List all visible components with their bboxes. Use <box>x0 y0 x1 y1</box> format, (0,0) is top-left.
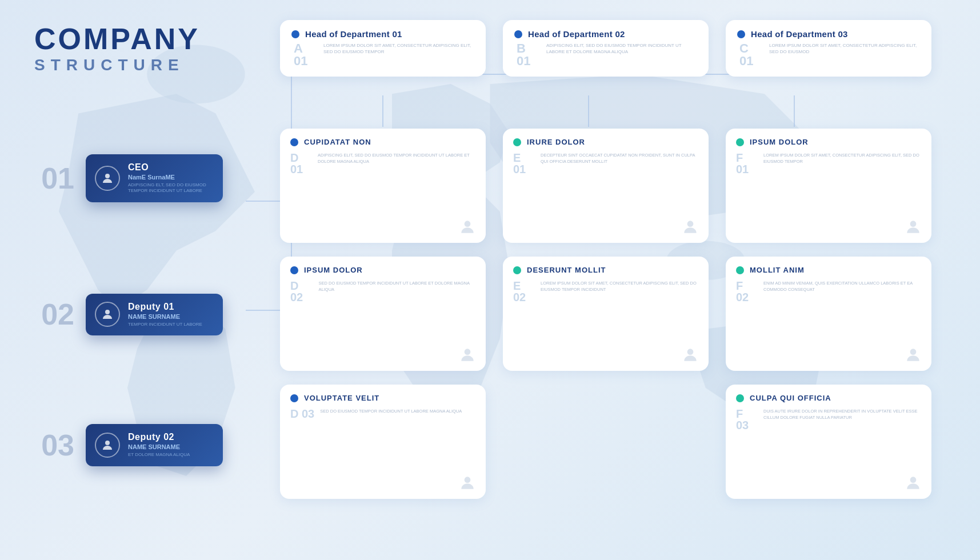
dept-body: F 02 ENIM AD MINIM VENIAM, QUIS EXERCITA… <box>736 280 921 303</box>
title-company: COMPANY <box>34 23 200 55</box>
dept-title: IPSUM DOLOR <box>750 138 809 146</box>
svg-point-17 <box>687 221 694 227</box>
deputy2-avatar <box>95 433 120 458</box>
row-block-ceo: 01 CEO NamE SurnaME ADIPISCING ELT, SEO … <box>34 154 223 202</box>
dept-body: D 03 SED DO EIUSMOD TEMPOR INCIDIDUNT UT… <box>290 408 475 419</box>
title-section: COMPANY STRUCTURE <box>34 23 200 74</box>
header3-top: Head of Department 03 <box>737 29 920 39</box>
ceo-name: NamE SurnaME <box>128 174 211 181</box>
header2-dot <box>514 30 522 38</box>
header-card-3: Head of Department 03 C 01 LOREM IPSUM D… <box>726 20 931 77</box>
dept-card-d-02: IPSUM DOLOR D 02 SED DO EIUSMOD TEMPOR I… <box>280 257 486 371</box>
dept-code: F 03 <box>736 408 758 431</box>
dept-dot <box>290 138 298 146</box>
dept-header: CUPIDATAT NON <box>290 138 475 146</box>
dept-avatar-icon <box>904 474 922 492</box>
dept-header: MOLLIT ANIM <box>736 266 921 274</box>
deputy1-name: NAME SURNAME <box>128 313 211 320</box>
svg-point-22 <box>465 477 471 483</box>
dept-body: E 02 LOREM IPSUM DOLOR SIT AMET, CONSECT… <box>513 280 698 303</box>
svg-point-23 <box>910 477 917 483</box>
dept-card-e-01: IRURE DOLOR E 01 DECEPTEUR SINT OCCAECAT… <box>503 129 709 243</box>
dept-header: IPSUM DOLOR <box>290 266 475 274</box>
dept-title: IPSUM DOLOR <box>304 266 363 274</box>
header-card-1: Head of Department 01 A 01 LOREM IPSUM D… <box>280 20 486 77</box>
header3-body: C 01 LOREM IPSUM DOLOR SIT AMET, CONSECT… <box>737 42 920 67</box>
header1-text: LOREM IPSUM DOLOR SIT AMET, CONSECTETUR … <box>323 42 474 55</box>
deputy2-role: Deputy 02 <box>128 432 211 442</box>
dept-title: MOLLIT ANIM <box>750 266 805 274</box>
svg-point-15 <box>105 441 110 445</box>
header1-dot <box>291 30 299 38</box>
dept-code: E 02 <box>513 280 535 303</box>
dept-dot <box>290 266 298 274</box>
deputy1-info: Deputy 01 NAME SURNAME TEMPOR INCIDIDUNT… <box>128 302 211 327</box>
dept-title: IRURE DOLOR <box>527 138 585 146</box>
dept-header: IRURE DOLOR <box>513 138 698 146</box>
dept-header: CULPA QUI OFFICIA <box>736 394 921 402</box>
dept-title: DESERUNT MOLLIT <box>527 266 606 274</box>
ceo-role: CEO <box>128 162 211 173</box>
header-card-2: Head of Department 02 B 01 ADIPISCING EL… <box>503 20 709 77</box>
dept-dot <box>290 394 298 402</box>
header2-title: Head of Department 02 <box>528 29 625 39</box>
dept-code: E 01 <box>513 152 535 175</box>
dept-dot <box>736 138 744 146</box>
row-block-deputy2: 03 Deputy 02 NAME SURNAME ET DOLORE MAGN… <box>34 424 223 466</box>
deputy2-info: Deputy 02 NAME SURNAME ET DOLORE MAGNA A… <box>128 432 211 458</box>
row-number-2: 02 <box>34 299 74 329</box>
svg-point-19 <box>465 349 471 355</box>
header1-body: A 01 LOREM IPSUM DOLOR SIT AMET, CONSECT… <box>291 42 474 67</box>
deputy1-desc: TEMPOR INCIDIDUNT UT LABORE <box>128 322 211 327</box>
dept-code: D 03 <box>290 408 314 419</box>
header1-title: Head of Department 01 <box>305 29 402 39</box>
dept-title: CULPA QUI OFFICIA <box>750 394 831 402</box>
row-number-3: 03 <box>34 430 74 460</box>
dept-desc: LOREM IPSUM DOLOR SIT AMET, CONSECTETUR … <box>763 152 921 165</box>
deputy2-name: NAME SURNAME <box>128 443 211 450</box>
dept-card-f-03: CULPA QUI OFFICIA F 03 DUIS AUTE IRURE D… <box>726 385 931 499</box>
title-structure: STRUCTURE <box>34 57 200 74</box>
dept-avatar-icon <box>681 218 699 236</box>
svg-point-13 <box>105 174 110 178</box>
dept-title: CUPIDATAT NON <box>304 138 371 146</box>
header2-text: ADIPISCING ELIT, SED DO EIUSMOD TEMPOR I… <box>546 42 697 55</box>
ceo-avatar <box>95 166 120 191</box>
header2-top: Head of Department 02 <box>514 29 697 39</box>
header2-code: B 01 <box>517 42 539 67</box>
dept-avatar-icon <box>904 346 922 364</box>
header3-title: Head of Department 03 <box>751 29 848 39</box>
svg-point-16 <box>465 221 471 227</box>
dept-desc: ADIPISCING ELIT, SED DO EIUSMOD TEMPOR I… <box>318 152 475 165</box>
header3-code: C 01 <box>739 42 762 67</box>
ceo-desc: ADIPISCING ELT, SEO DO EIUSMOD TEMPOR IN… <box>128 182 211 194</box>
dept-dot <box>513 138 521 146</box>
dept-grid: CUPIDATAT NON D 01 ADIPISCING ELIT, SED … <box>280 129 931 499</box>
dept-header: IPSUM DOLOR <box>736 138 921 146</box>
svg-point-20 <box>687 349 694 355</box>
dept-header: VOLUPTATE VELIT <box>290 394 475 402</box>
deputy1-avatar <box>95 302 120 327</box>
dept-avatar-icon <box>458 346 477 364</box>
dept-dot <box>736 266 744 274</box>
header1-code: A 01 <box>294 42 317 67</box>
dept-desc: SED DO EIUSMOD TEMPOR INCIDIDUNT UT LABO… <box>320 408 462 414</box>
svg-point-21 <box>910 349 917 355</box>
dept-avatar-icon <box>458 474 477 492</box>
dept-body: F 03 DUIS AUTE IRURE DOLOR IN REPREHENDE… <box>736 408 921 431</box>
row-block-deputy1: 02 Deputy 01 NAME SURNAME TEMPOR INCIDID… <box>34 294 223 335</box>
dept-avatar-icon <box>681 346 699 364</box>
dept-code: F 02 <box>736 280 758 303</box>
dept-body: D 02 SED DO EIUSMOD TEMPOR INCIDIDUNT UT… <box>290 280 475 303</box>
page-container: COMPANY STRUCTURE 01 <box>0 0 980 560</box>
dept-code: D 01 <box>290 152 312 175</box>
dept-desc: ENIM AD MINIM VENIAM, QUIS EXERCITATION … <box>763 280 921 293</box>
dept-dot <box>513 266 521 274</box>
dept-card-f-02: MOLLIT ANIM F 02 ENIM AD MINIM VENIAM, Q… <box>726 257 931 371</box>
svg-point-14 <box>105 310 110 314</box>
dept-code: F 01 <box>736 152 758 175</box>
dept-desc: DECEPTEUR SINT OCCAECAT CUPIDATAT NON PR… <box>541 152 698 165</box>
dept-desc: SED DO EIUSMOD TEMPOR INCIDIDUNT UT LABO… <box>319 280 475 293</box>
top-headers: Head of Department 01 A 01 LOREM IPSUM D… <box>280 20 931 77</box>
dept-title: VOLUPTATE VELIT <box>304 394 379 402</box>
